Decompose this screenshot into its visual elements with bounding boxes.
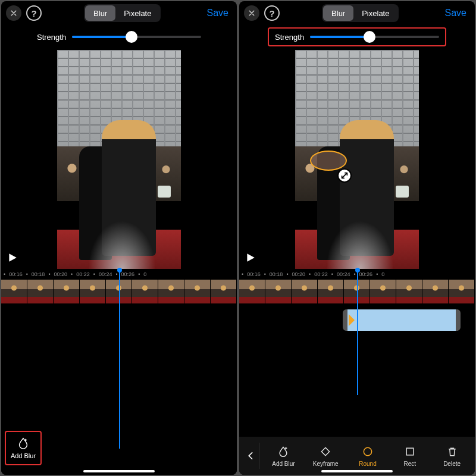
thumbnail bbox=[370, 280, 396, 303]
home-indicator[interactable] bbox=[321, 470, 393, 472]
thumbnail bbox=[80, 280, 106, 303]
tool-label: Keyframe bbox=[313, 461, 339, 467]
home-indicator[interactable] bbox=[83, 470, 155, 472]
help-icon: ? bbox=[269, 8, 274, 18]
thumbnail bbox=[184, 280, 211, 303]
video-frame[interactable] bbox=[57, 50, 181, 269]
svg-point-0 bbox=[364, 447, 371, 455]
help-icon: ? bbox=[31, 8, 36, 18]
tool-label: Delete bbox=[443, 461, 461, 467]
close-icon bbox=[248, 10, 255, 17]
screen-left: ? Blur Pixelate Save Strength • 00:16• 0… bbox=[1, 1, 237, 475]
blur-toolbar: Add Blur Keyframe Round Rect Delete bbox=[239, 437, 475, 475]
header: ? Blur Pixelate Save bbox=[1, 1, 237, 25]
play-button[interactable] bbox=[245, 252, 256, 265]
segment-blur[interactable]: Blur bbox=[323, 5, 353, 21]
save-button[interactable]: Save bbox=[441, 5, 470, 21]
thumbnail bbox=[239, 280, 265, 303]
close-button[interactable] bbox=[244, 5, 259, 21]
slider-thumb[interactable] bbox=[364, 31, 375, 43]
tool-rect[interactable]: Rect bbox=[389, 445, 430, 467]
svg-rect-1 bbox=[406, 448, 414, 455]
strength-label: Strength bbox=[275, 33, 304, 42]
square-icon bbox=[404, 446, 416, 458]
tool-label: Rect bbox=[404, 461, 416, 467]
add-blur-label: Add Blur bbox=[11, 452, 36, 459]
thumbnail bbox=[211, 280, 237, 303]
strength-slider[interactable] bbox=[310, 36, 439, 38]
strength-slider[interactable] bbox=[72, 36, 201, 38]
add-blur-button[interactable]: Add Blur bbox=[5, 431, 42, 465]
thumbnail bbox=[318, 280, 344, 303]
thumbnail bbox=[1, 280, 27, 303]
segment-pixelate[interactable]: Pixelate bbox=[353, 5, 397, 21]
tool-label: Round bbox=[359, 461, 376, 467]
track-area[interactable] bbox=[239, 303, 475, 437]
blur-mode-segment: Blur Pixelate bbox=[84, 4, 161, 22]
strength-label: Strength bbox=[37, 33, 66, 42]
thumbnail bbox=[158, 280, 184, 303]
video-preview bbox=[1, 50, 237, 269]
slider-fill bbox=[310, 36, 369, 38]
close-button[interactable] bbox=[6, 5, 21, 21]
blur-region-oval[interactable] bbox=[310, 151, 347, 171]
play-icon bbox=[7, 252, 18, 263]
help-button[interactable]: ? bbox=[26, 5, 42, 21]
strength-control: Strength bbox=[30, 27, 208, 46]
tool-delete[interactable]: Delete bbox=[431, 445, 472, 467]
keyframe-icon bbox=[320, 446, 331, 458]
blur-drop-icon bbox=[277, 446, 289, 458]
video-frame[interactable] bbox=[295, 50, 419, 269]
tool-label: Add Blur bbox=[272, 461, 295, 467]
resize-arrows-icon bbox=[340, 171, 349, 180]
circle-icon bbox=[362, 446, 374, 458]
tool-round[interactable]: Round bbox=[347, 445, 389, 467]
trash-icon bbox=[446, 446, 458, 458]
blur-mode-segment: Blur Pixelate bbox=[322, 4, 399, 22]
help-button[interactable]: ? bbox=[264, 5, 280, 21]
play-button[interactable] bbox=[7, 252, 18, 265]
chevron-left-icon bbox=[246, 452, 255, 460]
playhead[interactable] bbox=[357, 269, 358, 395]
thumbnail bbox=[132, 280, 158, 303]
video-preview bbox=[239, 50, 475, 269]
blur-clip[interactable] bbox=[343, 309, 461, 331]
save-button[interactable]: Save bbox=[203, 5, 232, 21]
header: ? Blur Pixelate Save bbox=[239, 1, 475, 25]
segment-pixelate[interactable]: Pixelate bbox=[115, 5, 159, 21]
thumbnail bbox=[265, 280, 292, 303]
screen-right: ? Blur Pixelate Save Strength bbox=[239, 1, 475, 475]
play-icon bbox=[245, 252, 256, 263]
thumbnail bbox=[422, 280, 449, 303]
track-area[interactable]: Add Blur bbox=[1, 303, 237, 475]
thumbnail bbox=[54, 280, 80, 303]
slider-thumb[interactable] bbox=[126, 31, 137, 43]
segment-blur[interactable]: Blur bbox=[85, 5, 115, 21]
strength-control: Strength bbox=[268, 27, 446, 46]
slider-fill bbox=[72, 36, 131, 38]
blur-resize-handle[interactable] bbox=[337, 168, 352, 183]
thumbnail bbox=[396, 280, 422, 303]
tool-add-blur[interactable]: Add Blur bbox=[263, 445, 304, 467]
close-icon bbox=[10, 10, 17, 17]
thumbnail bbox=[449, 280, 475, 303]
toolbar-back-button[interactable] bbox=[242, 443, 259, 469]
tool-keyframe[interactable]: Keyframe bbox=[305, 445, 346, 467]
playhead[interactable] bbox=[119, 269, 120, 449]
thumbnail bbox=[27, 280, 54, 303]
blur-drop-icon bbox=[17, 437, 30, 450]
thumbnail bbox=[292, 280, 318, 303]
